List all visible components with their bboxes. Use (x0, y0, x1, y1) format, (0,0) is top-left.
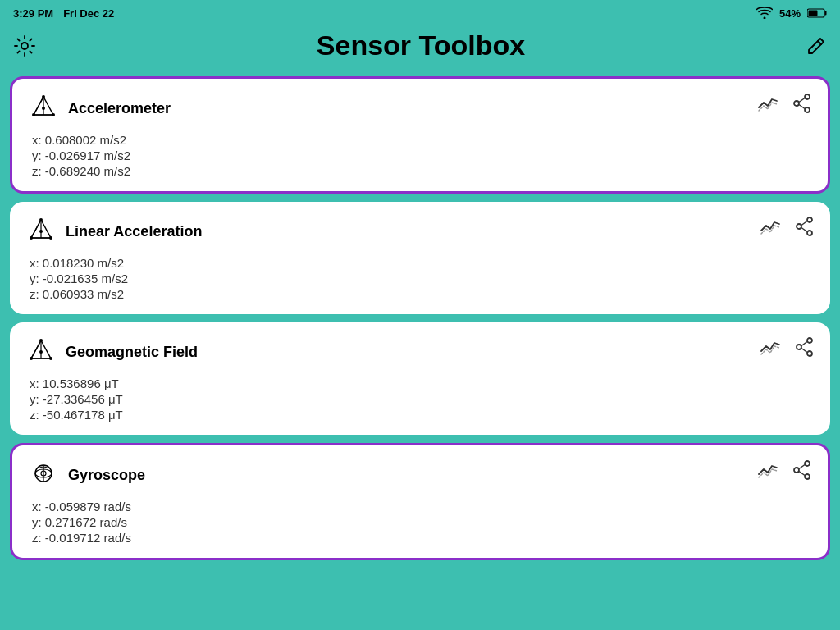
status-left: 3:29 PM Fri Dec 22 (13, 7, 114, 20)
app-header: Sensor Toolbox (0, 26, 840, 70)
sensor-header-gyroscope: Gyroscope (29, 459, 145, 491)
svg-point-22 (30, 236, 33, 240)
share-button-linear-acceleration[interactable] (796, 217, 814, 240)
svg-point-37 (39, 350, 43, 354)
svg-point-9 (32, 113, 35, 116)
sensor-value-geomagnetic-field-0: x: 10.536896 μT (30, 377, 198, 390)
svg-point-35 (30, 357, 33, 360)
chart-button-geomagnetic-field[interactable] (760, 338, 783, 359)
edit-icon[interactable] (806, 35, 827, 57)
sensor-card-linear-acceleration[interactable]: Linear Accelerationx: 0.018230 m/s2y: -0… (10, 202, 830, 314)
sensor-left-gyroscope: Gyroscopex: -0.059879 rad/sy: 0.271672 r… (29, 459, 145, 545)
sensor-icon-geomagnetic-field (26, 336, 56, 368)
sensor-value-geomagnetic-field-2: z: -50.467178 μT (30, 408, 198, 422)
svg-point-40 (797, 345, 801, 349)
svg-point-23 (49, 236, 52, 240)
svg-line-28 (801, 221, 807, 226)
sensor-value-accelerometer-2: z: -0.689240 m/s2 (32, 164, 171, 178)
svg-point-12 (805, 94, 810, 99)
svg-point-21 (39, 218, 43, 221)
svg-point-36 (49, 357, 52, 360)
status-right: 54% (756, 7, 827, 20)
status-bar: 3:29 PM Fri Dec 22 54% (0, 0, 840, 26)
svg-point-3 (21, 43, 28, 49)
date-display: Fri Dec 22 (63, 7, 114, 20)
sensor-icon-gyroscope (29, 459, 58, 491)
svg-point-48 (805, 474, 810, 479)
svg-point-49 (794, 468, 799, 472)
svg-line-20 (31, 220, 41, 238)
battery-display: 54% (779, 7, 801, 20)
sensor-value-geomagnetic-field-1: y: -27.336456 μT (30, 392, 198, 406)
sensor-name-accelerometer: Accelerometer (68, 100, 171, 117)
sensor-card-accelerometer[interactable]: Accelerometerx: 0.608002 m/s2y: -0.02691… (10, 76, 830, 194)
svg-point-47 (805, 461, 810, 466)
sensor-name-geomagnetic-field: Geomagnetic Field (66, 344, 198, 361)
sensor-value-accelerometer-1: y: -0.026917 m/s2 (32, 148, 171, 162)
sensor-card-geomagnetic-field[interactable]: Geomagnetic Fieldx: 10.536896 μTy: -27.3… (10, 322, 830, 435)
svg-point-26 (807, 231, 812, 235)
sensor-values-geomagnetic-field: x: 10.536896 μTy: -27.336456 μTz: -50.46… (26, 377, 198, 422)
sensor-actions-gyroscope (757, 459, 811, 483)
sensor-actions-geomagnetic-field (760, 336, 814, 360)
sensor-actions-linear-acceleration (760, 215, 814, 240)
svg-point-11 (42, 107, 45, 110)
sensor-values-gyroscope: x: -0.059879 rad/sy: 0.271672 rad/sz: -0… (29, 500, 145, 545)
svg-point-24 (39, 230, 43, 233)
chart-button-accelerometer[interactable] (757, 94, 780, 116)
svg-line-51 (799, 472, 805, 476)
page-title: Sensor Toolbox (317, 30, 525, 62)
sensor-card-gyroscope[interactable]: Gyroscopex: -0.059879 rad/sy: 0.271672 r… (10, 443, 830, 560)
svg-line-29 (801, 228, 807, 232)
sensor-name-gyroscope: Gyroscope (68, 467, 145, 484)
chart-button-gyroscope[interactable] (757, 461, 780, 482)
sensor-value-linear-acceleration-2: z: 0.060933 m/s2 (30, 287, 202, 301)
sensor-values-accelerometer: x: 0.608002 m/s2y: -0.026917 m/s2z: -0.6… (29, 133, 171, 178)
svg-point-39 (807, 351, 812, 356)
sensor-value-accelerometer-0: x: 0.608002 m/s2 (32, 133, 171, 147)
chart-button-linear-acceleration[interactable] (760, 217, 783, 239)
sensor-icon-accelerometer (29, 92, 58, 125)
svg-point-34 (39, 339, 43, 342)
sensor-header-geomagnetic-field: Geomagnetic Field (26, 336, 198, 368)
svg-line-15 (799, 98, 805, 103)
sensor-icon-linear-acceleration (26, 215, 56, 248)
share-button-gyroscope[interactable] (793, 460, 811, 483)
svg-point-38 (807, 338, 812, 343)
time-display: 3:29 PM (13, 7, 53, 20)
svg-line-41 (801, 342, 807, 346)
svg-line-42 (801, 349, 807, 353)
settings-icon[interactable] (13, 34, 36, 57)
share-button-geomagnetic-field[interactable] (796, 337, 814, 360)
sensor-header-accelerometer: Accelerometer (29, 92, 171, 125)
sensor-value-linear-acceleration-0: x: 0.018230 m/s2 (30, 256, 202, 270)
svg-line-33 (31, 340, 41, 358)
sensor-values-linear-acceleration: x: 0.018230 m/s2y: -0.021635 m/s2z: 0.06… (26, 256, 202, 301)
sensor-left-linear-acceleration: Linear Accelerationx: 0.018230 m/s2y: -0… (26, 215, 202, 301)
sensor-left-geomagnetic-field: Geomagnetic Fieldx: 10.536896 μTy: -27.3… (26, 336, 198, 422)
sensor-list: Accelerometerx: 0.608002 m/s2y: -0.02691… (0, 70, 840, 567)
svg-point-10 (52, 113, 55, 116)
svg-point-25 (807, 217, 812, 222)
svg-rect-1 (825, 11, 827, 16)
sensor-value-gyroscope-2: z: -0.019712 rad/s (32, 531, 145, 545)
svg-point-13 (805, 107, 810, 112)
sensor-name-linear-acceleration: Linear Acceleration (66, 223, 202, 240)
sensor-left-accelerometer: Accelerometerx: 0.608002 m/s2y: -0.02691… (29, 92, 171, 178)
svg-point-14 (794, 101, 799, 106)
sensor-header-linear-acceleration: Linear Acceleration (26, 215, 202, 248)
svg-line-7 (34, 97, 43, 115)
sensor-value-gyroscope-0: x: -0.059879 rad/s (32, 500, 145, 514)
svg-point-27 (797, 224, 801, 229)
wifi-icon (756, 7, 773, 19)
sensor-actions-accelerometer (757, 92, 811, 116)
svg-rect-2 (809, 11, 818, 16)
svg-line-16 (799, 105, 805, 109)
svg-point-8 (42, 95, 45, 98)
share-button-accelerometer[interactable] (793, 94, 811, 116)
svg-line-50 (799, 465, 805, 469)
battery-icon (807, 8, 827, 18)
sensor-value-gyroscope-1: y: 0.271672 rad/s (32, 515, 145, 529)
sensor-value-linear-acceleration-1: y: -0.021635 m/s2 (30, 272, 202, 285)
